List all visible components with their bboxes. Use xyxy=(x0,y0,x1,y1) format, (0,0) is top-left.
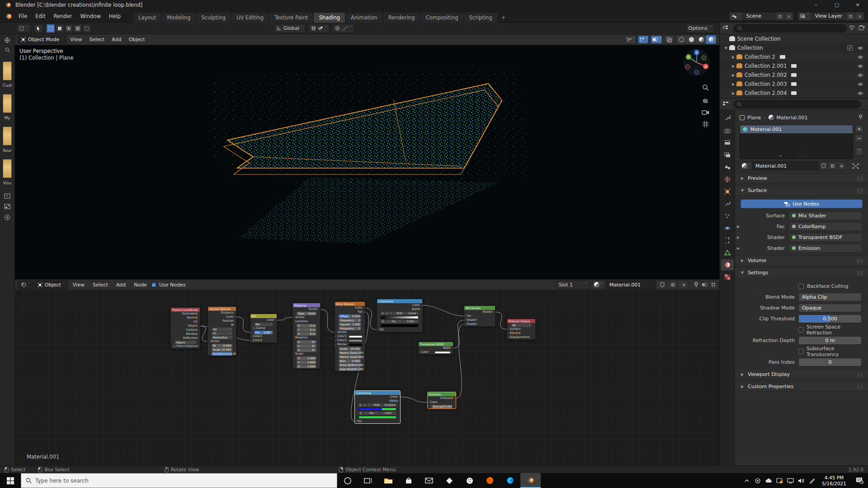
sss-checkbox[interactable] xyxy=(798,349,803,354)
tab-material[interactable] xyxy=(721,259,734,270)
slot-label[interactable]: Slot 1 xyxy=(558,282,573,288)
collection-exclude-checkbox[interactable]: ✓ xyxy=(847,45,853,51)
node-row[interactable]: 4Dˇ xyxy=(208,327,236,331)
node-header[interactable]: Texture Coordinate xyxy=(171,308,200,312)
node-row[interactable]: Color1 xyxy=(335,334,365,338)
shading-wireframe-button[interactable] xyxy=(676,35,686,44)
shader-node-output[interactable]: Material OutputAllˇSurfaceVolumeDisplace… xyxy=(507,319,536,340)
node-socket[interactable] xyxy=(355,420,356,422)
surface-shader-field[interactable]: Mix Shader xyxy=(788,211,863,220)
tab-constraints[interactable] xyxy=(721,235,734,246)
search-icon[interactable] xyxy=(5,47,10,55)
ssr-checkbox[interactable] xyxy=(798,327,803,333)
panel-custom-properties[interactable]: ▶Custom Properties⣿⣿ xyxy=(735,381,868,392)
action-center-icon[interactable]: 1 xyxy=(851,477,868,484)
clip-threshold-slider[interactable]: 0.500 xyxy=(798,314,862,323)
expand-triangle-icon[interactable]: ▶ xyxy=(731,64,736,68)
node-header[interactable]: Mapping xyxy=(293,303,320,307)
node-row[interactable]: Fac0.867 xyxy=(250,330,277,334)
tab-object[interactable] xyxy=(721,186,734,197)
node-row[interactable] xyxy=(355,407,400,411)
shader-node-texcoord[interactable]: Texture CoordinateGeneratedNormalUVObjec… xyxy=(170,307,200,349)
tab-texture-paint[interactable]: Texture Paint xyxy=(269,13,313,23)
select-mode-paint[interactable] xyxy=(82,24,91,33)
folder-label[interactable]: Visu xyxy=(3,181,12,185)
options-label[interactable]: Options xyxy=(689,25,708,31)
node-row[interactable]: Randomness1.000 xyxy=(208,352,236,356)
fac-field[interactable]: ColorRamp xyxy=(788,222,863,231)
breadcrumb-object[interactable]: Plane xyxy=(747,115,761,121)
node-socket[interactable] xyxy=(335,339,336,342)
shader2-field[interactable]: Emission xyxy=(788,244,863,253)
node-row[interactable]: Z1.000 xyxy=(293,364,320,368)
node-row[interactable]: Object:ˇ xyxy=(171,340,200,344)
node-row[interactable]: Y1.000 xyxy=(293,360,320,364)
eye-icon[interactable] xyxy=(857,73,863,77)
viewport-canvas[interactable]: User Perspective (1) Collection | Plane xyxy=(15,45,719,279)
snap-toggle-dropdown[interactable]: ˇ xyxy=(308,24,330,33)
node-row[interactable]: X0 m xyxy=(293,324,320,328)
navigate-icon[interactable] xyxy=(4,37,10,45)
node-row[interactable]: Y0° xyxy=(293,344,320,348)
clock[interactable]: 4:45 PM 5/16/2021 xyxy=(817,475,851,487)
node-header[interactable]: Voronoi Texture xyxy=(208,307,236,311)
fake-user-shield-button[interactable] xyxy=(819,161,828,170)
taskbar-search-input[interactable]: Type here to search xyxy=(21,473,337,488)
folder-label[interactable]: Cust xyxy=(3,83,12,88)
shading-solid-button[interactable] xyxy=(686,35,696,44)
node-row[interactable]: Clamp xyxy=(250,326,277,330)
shader-menu-view[interactable]: View xyxy=(69,282,88,288)
node-row[interactable]: X0° xyxy=(293,340,320,344)
node-socket[interactable] xyxy=(421,304,422,306)
shadow-mode-dropdown[interactable]: Opaqueˇ xyxy=(798,304,862,312)
folder-thumbnail[interactable] xyxy=(3,159,12,178)
node-socket[interactable] xyxy=(428,405,429,408)
node-socket[interactable] xyxy=(335,335,336,338)
node-row[interactable]: Mortar Smo0.000 xyxy=(335,355,365,359)
viewport-menu-view[interactable]: View xyxy=(66,37,85,42)
store-icon[interactable] xyxy=(398,473,419,488)
outliner-row-collection2[interactable]: ▶ Collection 2 xyxy=(720,52,868,61)
mail-icon[interactable] xyxy=(419,473,439,488)
shader-menu-select[interactable]: Select xyxy=(89,282,112,288)
node-row[interactable]: Bias0.000 xyxy=(335,359,365,363)
expand-triangle-icon[interactable]: ▶ xyxy=(731,91,736,95)
select-mode-box[interactable] xyxy=(55,24,64,33)
node-socket[interactable] xyxy=(199,337,200,339)
close-button[interactable]: × xyxy=(847,0,868,10)
object-mode-label[interactable]: Object Mode xyxy=(28,37,59,42)
graphics-settings-icon[interactable] xyxy=(774,478,785,483)
outliner-row-collection2-004[interactable]: ▶ Collection 2.004 xyxy=(720,89,868,98)
task-view-icon[interactable] xyxy=(358,473,378,488)
node-row[interactable]: 1Pos0.627 xyxy=(355,411,400,415)
node-row[interactable]: Scale10.590 xyxy=(335,347,365,351)
select-mode-tweak[interactable] xyxy=(46,24,55,33)
texture-icon[interactable]: T xyxy=(4,193,10,200)
use-nodes-label[interactable]: Use Nodes xyxy=(159,282,186,288)
node-header[interactable]: ColorRamp xyxy=(355,391,400,395)
node-socket[interactable] xyxy=(235,316,236,318)
node-row[interactable]: Mortar Size0.070 xyxy=(335,351,365,355)
scene-icon[interactable]: ˇ xyxy=(729,12,743,20)
backface-culling-checkbox[interactable] xyxy=(798,284,804,289)
menu-window[interactable]: Window xyxy=(76,10,104,23)
node-row[interactable]: Strength5.000 xyxy=(428,404,456,408)
material-unlink-button[interactable]: × xyxy=(679,280,689,289)
tab-output[interactable] xyxy=(721,137,734,148)
transform-orientation-value[interactable]: Global xyxy=(283,25,299,31)
tab-uv-editing[interactable]: UV Editing xyxy=(231,13,269,23)
properties-search-input[interactable] xyxy=(733,100,861,108)
eye-icon[interactable] xyxy=(857,55,863,59)
node-socket[interactable] xyxy=(399,396,400,398)
tab-rendering[interactable]: Rendering xyxy=(383,13,420,23)
expand-arrow[interactable]: ▶ xyxy=(735,235,741,239)
properties-display-dropdown[interactable]: ˇ xyxy=(722,101,731,108)
panel-settings[interactable]: ▼Settings⣿⣿ xyxy=(735,267,868,278)
proportional-editing-dropdown[interactable]: ˇ xyxy=(332,24,354,33)
node-snap-grid-icon[interactable] xyxy=(710,282,717,288)
pin-icon[interactable] xyxy=(693,282,699,288)
slot-specials-dropdown[interactable]: ˇ xyxy=(855,147,863,155)
tab-physics[interactable] xyxy=(721,223,734,234)
node-row[interactable]: Z0 m xyxy=(293,332,320,336)
node-row[interactable]: Frequency2 xyxy=(335,326,365,330)
